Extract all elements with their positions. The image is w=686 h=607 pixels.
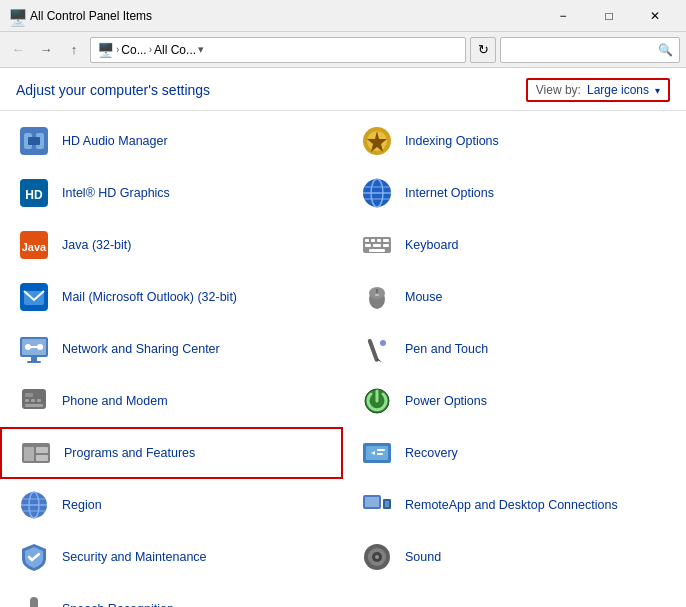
back-button[interactable]: ← <box>6 38 30 62</box>
title-bar: 🖥️ All Control Panel Items − □ ✕ <box>0 0 686 32</box>
remote-app-label: RemoteApp and Desktop Connections <box>405 497 618 513</box>
recovery-label: Recovery <box>405 445 458 461</box>
intel-hd-label: Intel® HD Graphics <box>62 185 170 201</box>
svg-rect-33 <box>27 361 41 363</box>
svg-point-29 <box>375 294 379 297</box>
search-bar[interactable]: 🔍 <box>500 37 680 63</box>
svg-rect-22 <box>383 244 389 247</box>
view-by-dropdown-icon[interactable]: ▾ <box>655 85 660 96</box>
item-indexing[interactable]: Indexing Options <box>343 115 686 167</box>
mail-outlook-icon <box>16 279 52 315</box>
search-input[interactable] <box>507 43 658 57</box>
svg-rect-44 <box>37 399 41 402</box>
speech-recognition-label: Speech Recognition <box>62 601 174 607</box>
item-power-options[interactable]: Power Options <box>343 375 686 427</box>
mail-outlook-label: Mail (Microsoft Outlook) (32-bit) <box>62 289 237 305</box>
items-scroll-area[interactable]: HD Audio ManagerIndexing OptionsHDIntel®… <box>0 111 686 607</box>
window-icon: 🖥️ <box>8 8 24 24</box>
hd-audio-label: HD Audio Manager <box>62 133 168 149</box>
svg-rect-69 <box>30 597 38 607</box>
remote-app-icon <box>359 487 395 523</box>
item-sound[interactable]: Sound <box>343 531 686 583</box>
item-pen-touch[interactable]: Pen and Touch <box>343 323 686 375</box>
forward-button[interactable]: → <box>34 38 58 62</box>
item-security-maintenance[interactable]: Security and Maintenance <box>0 531 343 583</box>
svg-rect-20 <box>365 244 371 247</box>
recovery-icon <box>359 435 395 471</box>
view-by-label: View by: <box>536 83 581 97</box>
up-button[interactable]: ↑ <box>62 38 86 62</box>
programs-features-label: Programs and Features <box>64 445 195 461</box>
window-controls: − □ ✕ <box>540 0 678 32</box>
item-network-sharing[interactable]: Network and Sharing Center <box>0 323 343 375</box>
item-region[interactable]: Region <box>0 479 343 531</box>
svg-rect-48 <box>24 447 34 461</box>
item-phone-modem[interactable]: Phone and Modem <box>0 375 343 427</box>
mouse-icon <box>359 279 395 315</box>
security-maintenance-icon <box>16 539 52 575</box>
item-speech-recognition[interactable]: Speech Recognition <box>0 583 343 607</box>
breadcrumb-part2: All Co... <box>154 43 196 57</box>
svg-rect-52 <box>366 446 388 460</box>
phone-modem-icon <box>16 383 52 419</box>
item-java[interactable]: JavaJava (32-bit) <box>0 219 343 271</box>
item-hd-audio[interactable]: HD Audio Manager <box>0 115 343 167</box>
search-icon: 🔍 <box>658 43 673 57</box>
address-bar[interactable]: 🖥️ › Co... › All Co... ▾ <box>90 37 466 63</box>
intel-hd-icon: HD <box>16 175 52 211</box>
refresh-button[interactable]: ↻ <box>470 37 496 63</box>
item-remote-app[interactable]: RemoteApp and Desktop Connections <box>343 479 686 531</box>
svg-rect-21 <box>373 244 381 247</box>
close-button[interactable]: ✕ <box>632 0 678 32</box>
svg-rect-54 <box>377 453 383 455</box>
maximize-button[interactable]: □ <box>586 0 632 32</box>
item-internet-options[interactable]: Internet Options <box>343 167 686 219</box>
breadcrumb-icon: 🖥️ <box>97 42 114 58</box>
svg-rect-17 <box>371 239 375 242</box>
svg-rect-49 <box>36 447 48 453</box>
svg-rect-42 <box>25 399 29 402</box>
keyboard-label: Keyboard <box>405 237 459 253</box>
svg-rect-61 <box>365 497 379 507</box>
item-recovery[interactable]: Recovery <box>343 427 686 479</box>
power-options-icon <box>359 383 395 419</box>
pen-touch-label: Pen and Touch <box>405 341 488 357</box>
page-title: Adjust your computer's settings <box>16 82 210 98</box>
svg-rect-43 <box>31 399 35 402</box>
region-label: Region <box>62 497 102 513</box>
svg-rect-45 <box>25 404 43 407</box>
svg-rect-37 <box>367 338 379 362</box>
hd-audio-icon <box>16 123 52 159</box>
address-dropdown-button[interactable]: ▾ <box>198 43 204 56</box>
mouse-label: Mouse <box>405 289 443 305</box>
svg-rect-63 <box>385 501 389 507</box>
svg-rect-16 <box>365 239 369 242</box>
power-options-label: Power Options <box>405 393 487 409</box>
programs-features-icon <box>18 435 54 471</box>
item-programs-features[interactable]: Programs and Features <box>0 427 343 479</box>
svg-rect-18 <box>377 239 381 242</box>
view-by-value[interactable]: Large icons <box>587 83 649 97</box>
sound-label: Sound <box>405 549 441 565</box>
breadcrumb: 🖥️ › Co... › All Co... ▾ <box>97 42 204 58</box>
item-keyboard[interactable]: Keyboard <box>343 219 686 271</box>
svg-point-68 <box>375 555 379 559</box>
content-header: Adjust your computer's settings View by:… <box>0 68 686 111</box>
item-mouse[interactable]: Mouse <box>343 271 686 323</box>
indexing-icon <box>359 123 395 159</box>
network-sharing-icon <box>16 331 52 367</box>
svg-point-34 <box>25 344 31 350</box>
java-icon: Java <box>16 227 52 263</box>
minimize-button[interactable]: − <box>540 0 586 32</box>
item-mail-outlook[interactable]: Mail (Microsoft Outlook) (32-bit) <box>0 271 343 323</box>
pen-touch-icon <box>359 331 395 367</box>
svg-point-35 <box>37 344 43 350</box>
svg-rect-23 <box>369 249 385 252</box>
items-grid: HD Audio ManagerIndexing OptionsHDIntel®… <box>0 111 686 607</box>
toolbar: ← → ↑ 🖥️ › Co... › All Co... ▾ ↻ 🔍 <box>0 32 686 68</box>
phone-modem-label: Phone and Modem <box>62 393 168 409</box>
item-intel-hd[interactable]: HDIntel® HD Graphics <box>0 167 343 219</box>
svg-rect-50 <box>36 455 48 461</box>
internet-options-icon <box>359 175 395 211</box>
internet-options-label: Internet Options <box>405 185 494 201</box>
